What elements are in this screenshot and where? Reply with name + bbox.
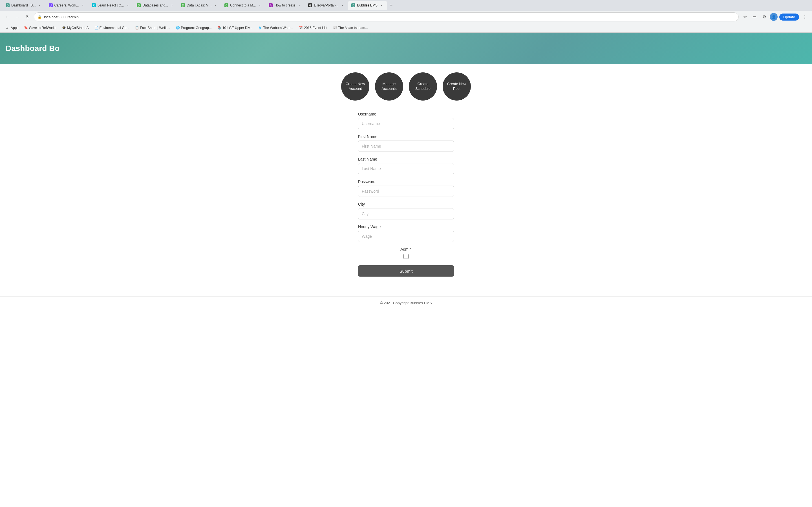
label-city: City [358,202,454,207]
bookmark-item-bm-6[interactable]: 🌐Program: Geograp... [174,25,214,31]
form-group-username: Username [358,112,454,129]
form-group-last-name: Last Name [358,157,454,174]
bookmark-item-bm-3[interactable]: 🎓MyCalStateLA [60,25,91,31]
bookmark-label: The Woburn Wate... [263,26,293,30]
tab-label: Careers, Work... [54,3,79,7]
site-header: Dashboard Bo [0,33,812,64]
browser-tab-tab-1[interactable]: DDashboard | B...× [2,1,45,10]
tab-close-button[interactable]: × [340,3,345,8]
tab-favicon: U [49,3,53,7]
browser-tab-tab-3[interactable]: RLearn React | C...× [89,1,134,10]
tab-favicon: D [181,3,185,7]
browser-tab-tab-9[interactable]: BBubbles EMS× [348,1,387,10]
tab-favicon: D [137,3,141,7]
bookmark-favicon: 🎓 [62,26,66,30]
tab-close-button[interactable]: × [38,3,42,8]
bookmark-item-bm-9[interactable]: 📅2016 Event List [297,25,329,31]
submit-button[interactable]: Submit [358,265,454,277]
forward-button[interactable]: → [13,13,21,21]
bookmark-favicon: 📋 [135,26,139,30]
tab-label: Databases and... [142,3,168,7]
form-container: UsernameFirst NameLast NamePasswordCityH… [352,109,460,296]
bookmark-item-bm-10[interactable]: 📰The Asian tsunam... [331,25,370,31]
browser-tab-tab-8[interactable]: GETroya/Portal-...× [305,1,348,10]
tab-close-button[interactable]: × [257,3,262,8]
tab-favicon: R [92,3,96,7]
browser-tab-tab-6[interactable]: CConnect to a M...× [221,1,265,10]
nav-create-account[interactable]: Create New Account [341,72,369,101]
tab-label: Data | Atlas: M... [187,3,211,7]
admin-checkbox[interactable] [403,254,409,259]
tab-favicon: G [308,3,312,7]
footer: © 2021 Copyright Bubbles EMS [0,296,812,309]
tab-close-button[interactable]: × [170,3,174,8]
tab-favicon: B [351,3,355,7]
menu-button[interactable]: ⋮ [801,13,809,21]
browser-tab-tab-4[interactable]: DDatabases and...× [133,1,177,10]
extensions-button[interactable]: ⚙ [760,13,768,21]
tab-label: Dashboard | B... [11,3,36,7]
label-last-name: Last Name [358,157,454,161]
tab-label: Learn React | C... [98,3,124,7]
tab-close-button[interactable]: × [125,3,130,8]
nav-circles: Create New AccountManage AccountsCreate … [0,64,812,109]
bookmark-label: Fact Sheet | Wells... [140,26,170,30]
bookmark-label: The Asian tsunam... [338,26,368,30]
bookmark-favicon: 💧 [258,26,262,30]
bookmark-favicon: 📰 [333,26,337,30]
admin-checkbox-wrapper [358,254,454,260]
bookmark-item-bm-4[interactable]: 📄Environmental Ge... [92,25,132,31]
bookmark-item-bm-2[interactable]: 🔖Save to RefWorks [22,25,58,31]
bookmark-favicon: 📄 [94,26,98,30]
screen-cast-button[interactable]: ▭ [751,13,758,21]
input-city[interactable] [358,208,454,219]
toolbar-actions: ☆ ▭ ⚙ 👤 Update ⋮ [741,13,809,21]
tab-label: How to create [274,3,295,7]
back-button[interactable]: ← [3,13,11,21]
input-first-name[interactable] [358,140,454,152]
bookmark-favicon: 📚 [217,26,221,30]
label-first-name: First Name [358,134,454,139]
tab-close-button[interactable]: × [213,3,218,8]
bookmark-label: Program: Geograp... [181,26,212,30]
new-tab-button[interactable]: + [387,1,395,9]
nav-create-post[interactable]: Create New Post [443,72,471,101]
bookmark-label: 101 GE Upper Div... [222,26,253,30]
bookmark-favicon: ⊞ [6,26,10,30]
bookmark-favicon: 🌐 [176,26,180,30]
input-password[interactable] [358,186,454,197]
input-hourly-wage[interactable] [358,231,454,242]
bookmark-star-button[interactable]: ☆ [741,13,749,21]
bookmark-label: Environmental Ge... [100,26,130,30]
browser-tab-tab-7[interactable]: AHow to create× [265,1,305,10]
update-button[interactable]: Update [779,13,799,20]
tab-close-button[interactable]: × [81,3,85,8]
bookmark-favicon: 📅 [299,26,303,30]
bookmark-item-bm-8[interactable]: 💧The Woburn Wate... [256,25,296,31]
tab-close-button[interactable]: × [379,3,384,8]
tab-label: Connect to a M... [230,3,256,7]
reload-button[interactable]: ↻ [24,13,32,21]
form-group-password: Password [358,179,454,197]
admin-group: Admin [358,247,454,260]
bookmark-item-bm-5[interactable]: 📋Fact Sheet | Wells... [133,25,172,31]
bookmark-item-bm-1[interactable]: ⊞Apps [3,25,20,31]
bookmark-item-bm-7[interactable]: 📚101 GE Upper Div... [215,25,255,31]
tab-close-button[interactable]: × [297,3,301,8]
footer-text: © 2021 Copyright Bubbles EMS [380,301,432,305]
bookmark-label: 2016 Event List [304,26,327,30]
tab-favicon: C [224,3,229,7]
profile-button[interactable]: 👤 [770,13,777,21]
address-bar[interactable]: 🔒 localhost:3000/admin [34,12,739,21]
tab-label: Bubbles EMS [357,3,377,7]
site-header-title: Dashboard Bo [6,44,59,53]
browser-tab-tab-2[interactable]: UCareers, Work...× [45,1,89,10]
toolbar: ← → ↻ 🔒 localhost:3000/admin ☆ ▭ ⚙ 👤 Upd… [0,11,812,23]
bookmarks-bar: ⊞Apps🔖Save to RefWorks🎓MyCalStateLA📄Envi… [0,23,812,33]
nav-manage-accounts[interactable]: Manage Accounts [375,72,403,101]
input-username[interactable] [358,118,454,129]
browser-tab-tab-5[interactable]: DData | Atlas: M...× [177,1,221,10]
form-group-first-name: First Name [358,134,454,152]
nav-create-schedule[interactable]: Create Schedule [409,72,437,101]
input-last-name[interactable] [358,163,454,174]
